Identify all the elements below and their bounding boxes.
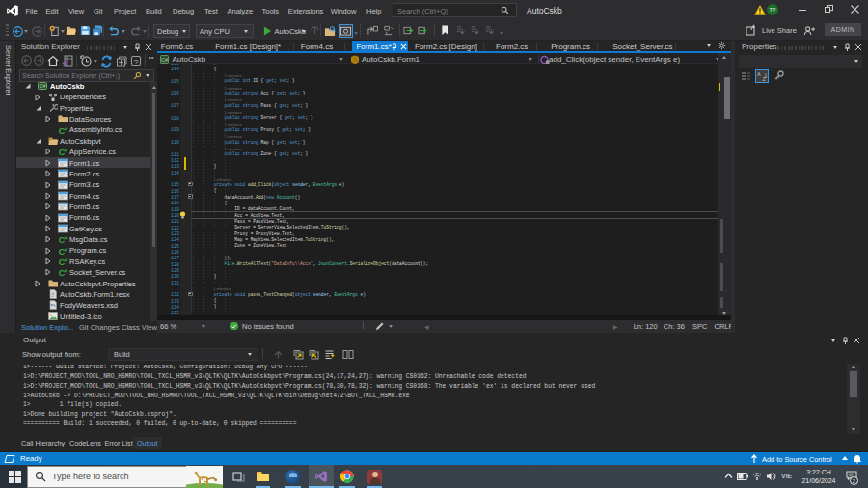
svg-text:#: # xyxy=(64,246,67,252)
svg-text:#: # xyxy=(64,258,67,263)
svg-text:C#: C# xyxy=(161,56,168,62)
svg-text:A: A xyxy=(757,71,761,77)
svg-text:#: # xyxy=(64,125,67,131)
svg-text:#: # xyxy=(64,148,67,153)
svg-text:#: # xyxy=(64,268,67,274)
svg-text:#: # xyxy=(64,235,67,241)
svg-text:C#: C# xyxy=(39,83,46,89)
